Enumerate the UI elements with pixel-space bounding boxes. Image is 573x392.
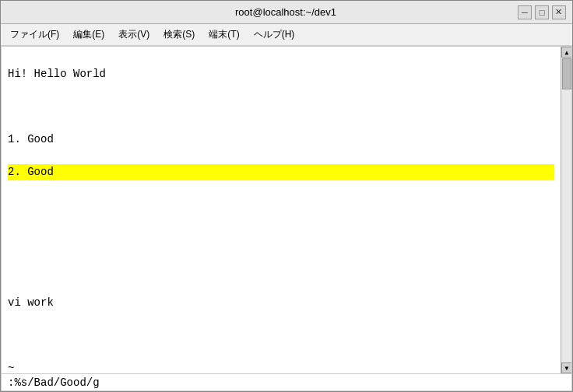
menu-terminal[interactable]: 端末(T) bbox=[202, 26, 245, 43]
scroll-down-button[interactable]: ▼ bbox=[561, 362, 571, 373]
menu-help[interactable]: ヘルプ(H) bbox=[248, 26, 301, 43]
status-bar: :%s/Bad/Good/g bbox=[2, 373, 571, 390]
maximize-button[interactable]: □ bbox=[535, 5, 549, 19]
close-button[interactable]: ✕ bbox=[552, 5, 566, 19]
menu-file[interactable]: ファイル(F) bbox=[4, 26, 65, 43]
window-title: root@localhost:~/dev1 bbox=[235, 6, 336, 18]
window-controls: ─ □ ✕ bbox=[518, 5, 566, 19]
terminal-scroll[interactable]: Hi! Hello World 1. Good 2. Good vi work … bbox=[2, 47, 561, 373]
menu-view[interactable]: 表示(V) bbox=[112, 26, 156, 43]
terminal-window: root@localhost:~/dev1 ─ □ ✕ ファイル(F) 編集(E… bbox=[0, 0, 573, 392]
line-blank-1 bbox=[8, 99, 554, 115]
line-vi: vi work bbox=[8, 295, 554, 311]
line-3-highlight: 2. Good bbox=[8, 164, 554, 180]
vertical-scrollbar[interactable]: ▲ ▼ bbox=[561, 47, 571, 373]
line-blank-5 bbox=[8, 327, 554, 344]
highlighted-text: 2. Good bbox=[8, 164, 554, 180]
tilde-1: ~ bbox=[8, 360, 554, 373]
menu-edit[interactable]: 編集(E) bbox=[67, 26, 111, 43]
scrollbar-track[interactable] bbox=[561, 58, 571, 362]
line-blank-2 bbox=[8, 197, 554, 213]
minimize-button[interactable]: ─ bbox=[518, 5, 532, 19]
scrollbar-container: Hi! Hello World 1. Good 2. Good vi work … bbox=[2, 47, 571, 373]
terminal-body[interactable]: Hi! Hello World 1. Good 2. Good vi work … bbox=[1, 46, 572, 391]
line-2: 1. Good bbox=[8, 131, 554, 148]
scroll-up-button[interactable]: ▲ bbox=[561, 47, 571, 58]
line-blank-3 bbox=[8, 229, 554, 246]
menu-bar: ファイル(F) 編集(E) 表示(V) 検索(S) 端末(T) ヘルプ(H) bbox=[1, 24, 572, 46]
line-1: Hi! Hello World bbox=[8, 66, 554, 82]
scrollbar-thumb[interactable] bbox=[562, 58, 571, 89]
status-text: :%s/Bad/Good/g bbox=[8, 376, 100, 389]
line-blank-4 bbox=[8, 262, 554, 278]
terminal-content[interactable]: Hi! Hello World 1. Good 2. Good vi work … bbox=[2, 47, 561, 373]
title-bar: root@localhost:~/dev1 ─ □ ✕ bbox=[1, 1, 572, 24]
menu-search[interactable]: 検索(S) bbox=[157, 26, 201, 43]
